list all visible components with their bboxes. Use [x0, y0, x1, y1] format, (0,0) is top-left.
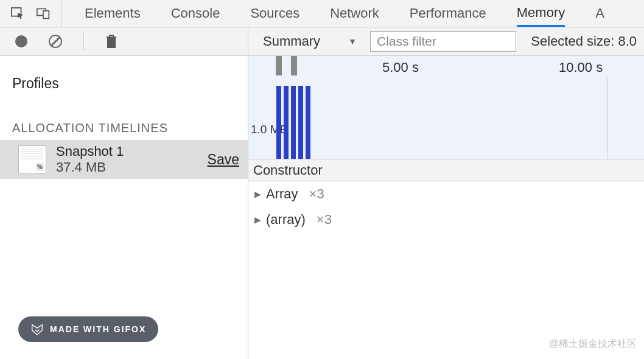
time-label-10s: 10.00 s: [559, 60, 603, 75]
time-label-5s: 5.00 s: [382, 60, 419, 75]
fox-icon: [30, 322, 44, 336]
content-panel: 5.00 s 10.00 s 1.0 MB Constructor ▶ Arra…: [248, 56, 644, 359]
svg-rect-2: [43, 11, 49, 19]
clear-button[interactable]: [49, 35, 62, 48]
allocation-timeline[interactable]: 5.00 s 10.00 s 1.0 MB: [248, 56, 644, 159]
profiles-heading: Profiles: [0, 56, 248, 103]
tab-list: Elements Console Sources Network Perform…: [61, 0, 604, 27]
view-select-label: Summary: [263, 33, 320, 49]
main-area: Profiles ALLOCATION TIMELINES % Snapshot…: [0, 56, 644, 359]
tab-elements[interactable]: Elements: [85, 0, 141, 27]
allocation-bar: [284, 86, 289, 159]
snapshot-icon: %: [18, 145, 46, 173]
allocation-bar: [298, 86, 303, 159]
expand-arrow-icon[interactable]: ▶: [254, 189, 261, 199]
tick-mark: [276, 56, 282, 75]
profiles-sidebar: Profiles ALLOCATION TIMELINES % Snapshot…: [0, 56, 248, 359]
snapshot-info: Snapshot 1 37.4 MB: [56, 144, 124, 175]
snapshot-name: Snapshot 1: [56, 144, 124, 159]
devtools-tab-bar: Elements Console Sources Network Perform…: [0, 0, 644, 27]
class-filter-placeholder: Class filter: [377, 34, 436, 49]
table-row[interactable]: ▶ (array) ×3: [248, 207, 644, 232]
watermark-text: @稀土掘金技术社区: [549, 338, 637, 350]
allocation-bar: [306, 86, 310, 159]
tab-memory[interactable]: Memory: [517, 0, 565, 27]
divider: [83, 32, 84, 51]
tab-console[interactable]: Console: [171, 0, 220, 27]
timeline-divider: [607, 78, 608, 159]
gifox-label: MADE WITH GIFOX: [50, 324, 146, 334]
allocation-bars: [276, 86, 310, 159]
device-toggle-icon[interactable]: [37, 7, 50, 20]
gifox-badge: MADE WITH GIFOX: [18, 316, 158, 342]
tick-mark: [291, 56, 297, 75]
chevron-down-icon: ▼: [348, 37, 357, 46]
record-button[interactable]: [15, 35, 27, 47]
toolbar-right: Summary ▼ Class filter Selected size: 8.…: [248, 31, 644, 52]
allocation-bar: [276, 86, 281, 159]
tab-performance[interactable]: Performance: [410, 0, 486, 27]
selected-size-text: Selected size: 8.0: [531, 33, 637, 49]
tab-sources[interactable]: Sources: [250, 0, 299, 27]
devtools-icons: [0, 0, 61, 27]
allocation-bar: [291, 86, 296, 159]
svg-rect-3: [108, 37, 115, 47]
snapshot-size: 37.4 MB: [56, 159, 124, 175]
inspect-element-icon[interactable]: [11, 7, 24, 20]
delete-icon[interactable]: [105, 34, 117, 49]
memory-toolbar: Summary ▼ Class filter Selected size: 8.…: [0, 27, 644, 56]
tab-network[interactable]: Network: [330, 0, 379, 27]
instance-count: ×3: [317, 212, 332, 228]
constructor-header[interactable]: Constructor: [248, 159, 644, 181]
table-row[interactable]: ▶ Array ×3: [248, 181, 644, 207]
tab-more[interactable]: A: [595, 0, 604, 27]
allocation-timelines-heading: ALLOCATION TIMELINES: [0, 103, 248, 140]
toolbar-left: [0, 27, 248, 55]
view-select[interactable]: Summary ▼: [256, 31, 364, 52]
class-filter-input[interactable]: Class filter: [370, 31, 516, 52]
instance-count: ×3: [309, 186, 324, 202]
constructor-name: Array: [266, 186, 298, 202]
constructor-header-label: Constructor: [253, 162, 323, 178]
expand-arrow-icon[interactable]: ▶: [254, 215, 261, 225]
save-link[interactable]: Save: [208, 152, 239, 168]
constructor-name: (array): [266, 212, 306, 228]
time-axis: 5.00 s 10.00 s: [248, 56, 644, 78]
snapshot-item[interactable]: % Snapshot 1 37.4 MB Save: [0, 140, 248, 179]
